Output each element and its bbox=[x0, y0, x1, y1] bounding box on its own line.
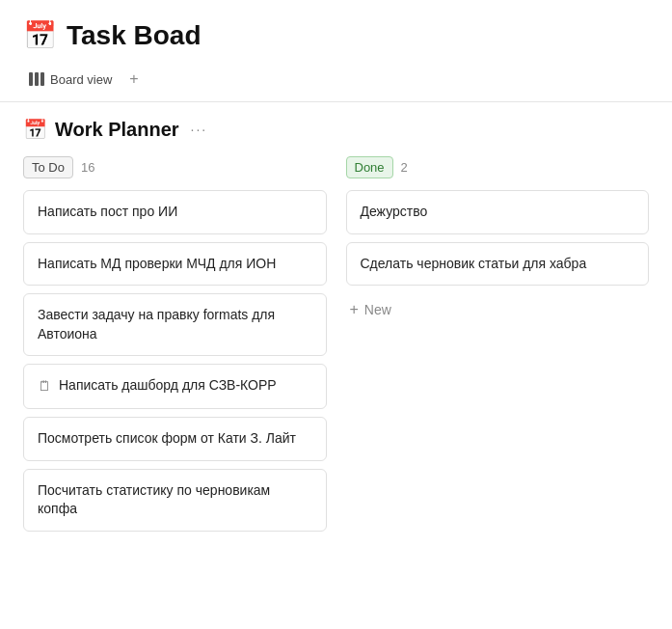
task-card[interactable]: Написать МД проверки МЧД для ИОН bbox=[23, 242, 327, 287]
column-header-todo: To Do16 bbox=[23, 156, 327, 178]
page-title: Task Boad bbox=[67, 20, 202, 51]
add-new-label: New bbox=[364, 302, 391, 317]
column-todo: To Do16Написать пост про ИИНаписать МД п… bbox=[23, 156, 327, 539]
planner-section: 📅 Work Planner ··· To Do16Написать пост … bbox=[0, 102, 672, 539]
planner-header: 📅 Work Planner ··· bbox=[23, 118, 649, 141]
page-header: 📅 Task Boad bbox=[0, 0, 672, 61]
task-card[interactable]: Завести задачу на правку formats для Авт… bbox=[23, 293, 327, 356]
column-count-done: 2 bbox=[401, 160, 408, 175]
task-text: Написать дашборд для СЗВ-КОРР bbox=[59, 376, 277, 396]
board-view-icon bbox=[29, 72, 44, 86]
more-options-button[interactable]: ··· bbox=[187, 120, 212, 139]
calendar-icon: 📅 bbox=[23, 19, 57, 51]
column-count-todo: 16 bbox=[81, 160, 94, 175]
add-new-button[interactable]: +New bbox=[346, 293, 395, 326]
task-card[interactable]: Сделать черновик статьи для хабра bbox=[346, 242, 650, 287]
column-done: Done2ДежурствоСделать черновик статьи дл… bbox=[346, 156, 650, 326]
doc-icon: 🗒 bbox=[38, 377, 51, 397]
planner-title: Work Planner bbox=[55, 119, 179, 141]
task-card[interactable]: Посмотреть список форм от Кати З. Лайт bbox=[23, 417, 327, 461]
task-card[interactable]: Написать пост про ИИ bbox=[23, 190, 327, 234]
column-label-done: Done bbox=[346, 156, 393, 178]
board-view-label: Board view bbox=[50, 72, 112, 87]
task-card[interactable]: Посчитать статистику по черновикам копфа bbox=[23, 469, 327, 532]
planner-icon: 📅 bbox=[23, 118, 47, 141]
task-card[interactable]: Дежурство bbox=[346, 190, 650, 234]
columns-container: To Do16Написать пост про ИИНаписать МД п… bbox=[23, 156, 649, 539]
board-view-button[interactable]: Board view bbox=[23, 68, 118, 91]
task-card[interactable]: 🗒Написать дашборд для СЗВ-КОРР bbox=[23, 364, 327, 409]
column-header-done: Done2 bbox=[346, 156, 650, 178]
column-label-todo: To Do bbox=[23, 156, 73, 178]
plus-icon: + bbox=[350, 301, 359, 318]
add-view-button[interactable]: + bbox=[125, 67, 142, 92]
toolbar: Board view + bbox=[0, 61, 672, 102]
